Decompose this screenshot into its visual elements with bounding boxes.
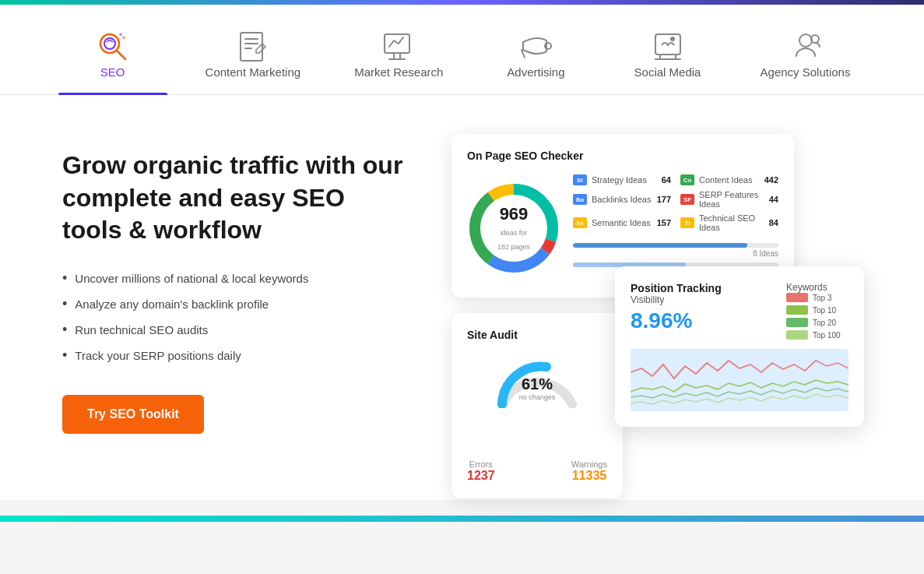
tracking-visibility-value: 8.96% — [631, 308, 722, 333]
legend-top3-label: Top 3 — [813, 294, 831, 302]
semantic-badge: Se — [573, 217, 587, 228]
tracking-title-section: Position Tracking Visibility 8.96% — [631, 282, 722, 343]
legend-top20-color — [786, 318, 808, 327]
strategy-badge: St — [573, 174, 587, 185]
position-tracking-card: Position Tracking Visibility 8.96% Keywo… — [615, 266, 864, 427]
tab-advertising[interactable]: Advertising — [481, 20, 590, 94]
main-container: SEO Content Marketing Market Research — [0, 5, 924, 500]
content-label: Content Ideas — [699, 175, 760, 185]
metric-backlinks: Ba Backlinks Ideas 177 — [573, 190, 671, 209]
metric-content: Co Content Ideas 442 — [680, 174, 778, 185]
donut-center: 969 ideas for182 pages — [497, 204, 530, 252]
backlinks-label: Backlinks Ideas — [592, 195, 652, 204]
bottom-decoration — [0, 516, 924, 522]
feature-item-1: Uncover millions of national & local key… — [62, 270, 405, 287]
audit-stats: Errors 1237 Warnings 11335 — [467, 460, 607, 483]
progress-row-1: 8 Ideas — [573, 243, 778, 258]
advertising-icon — [517, 28, 554, 65]
tab-agency-label: Agency Solutions — [761, 65, 851, 79]
keywords-label: Keywords — [786, 282, 848, 293]
warnings-value: 11335 — [572, 469, 607, 482]
strategy-value: 64 — [662, 175, 671, 185]
legend-top10: Top 10 — [786, 305, 848, 315]
site-audit-card: Site Audit 61% no changes Er — [451, 313, 623, 498]
gauge-percentage: 61% — [522, 375, 553, 393]
tracking-chart-svg — [631, 349, 848, 411]
technical-label: Technical SEO Ideas — [699, 213, 764, 232]
legend-top3: Top 3 — [786, 293, 848, 302]
content-area: Grow organic traffic with our complete a… — [0, 95, 924, 500]
metric-serp: SF SERP Features Ideas 44 — [680, 190, 778, 209]
legend-top3-color — [786, 293, 808, 302]
feature-item-3: Run technical SEO audits — [62, 322, 405, 338]
legend-top20: Top 20 — [786, 318, 848, 327]
metric-technical: Ti Technical SEO Ideas 84 — [680, 213, 778, 232]
svg-point-15 — [670, 37, 675, 41]
legend-top10-color — [786, 305, 808, 315]
audit-warnings: Warnings 11335 — [571, 460, 607, 483]
serp-badge: SF — [680, 194, 694, 205]
social-media-icon — [649, 28, 687, 65]
tracking-chart-area — [631, 349, 848, 411]
tracking-title: Position Tracking — [631, 282, 722, 294]
keywords-section: Keywords Top 3 Top 10 — [786, 282, 848, 340]
tab-social-label: Social Media — [634, 65, 701, 79]
progress-fill-1 — [573, 243, 747, 248]
tab-agency-solutions[interactable]: Agency Solutions — [745, 20, 866, 94]
metric-strategy: St Strategy Ideas 64 — [573, 174, 671, 185]
tab-seo-label: SEO — [100, 65, 125, 79]
errors-label: Errors — [467, 460, 495, 469]
warnings-label: Warnings — [571, 460, 607, 469]
content-badge: Co — [680, 174, 694, 185]
feature-item-4: Track your SERP positions daily — [62, 347, 405, 364]
backlinks-value: 177 — [657, 195, 671, 204]
feature-item-2: Analyze any domain's backlink profile — [62, 296, 405, 312]
tab-market-label: Market Research — [354, 65, 443, 79]
seo-icon — [94, 28, 132, 65]
main-heading: Grow organic traffic with our complete a… — [62, 150, 405, 247]
errors-value: 1237 — [467, 469, 495, 482]
tab-content-label: Content Marketing — [206, 65, 301, 79]
serp-value: 44 — [769, 195, 778, 204]
donut-number: 969 — [497, 204, 530, 224]
audit-gauge-container: 61% no changes — [467, 354, 607, 431]
progress-bg-1 — [573, 243, 778, 248]
semantic-label: Semantic Ideas — [592, 218, 652, 227]
content-marketing-icon — [234, 28, 272, 65]
gauge-subtext: no changes — [519, 393, 556, 401]
right-content: On Page SEO Checker — [451, 134, 862, 469]
serp-label: SERP Features Ideas — [699, 190, 764, 209]
svg-point-2 — [104, 38, 115, 49]
site-audit-title: Site Audit — [467, 329, 607, 341]
tab-navigation: SEO Content Marketing Market Research — [0, 5, 924, 95]
market-research-icon — [380, 28, 417, 65]
metric-semantic: Se Semantic Ideas 157 — [573, 213, 671, 232]
svg-line-1 — [117, 51, 125, 59]
tab-advertising-label: Advertising — [507, 65, 564, 79]
legend-top100: Top 100 — [786, 330, 848, 340]
legend-top100-color — [786, 330, 808, 340]
tab-seo[interactable]: SEO — [58, 20, 167, 94]
legend-top10-label: Top 10 — [813, 306, 836, 315]
tracking-visibility-label: Visibility — [631, 294, 722, 305]
strategy-label: Strategy Ideas — [592, 175, 657, 185]
agency-solutions-icon — [787, 28, 824, 65]
tab-content-marketing[interactable]: Content Marketing — [190, 20, 317, 94]
legend-top100-label: Top 100 — [813, 331, 841, 340]
svg-rect-7 — [385, 34, 409, 53]
gauge-center: 61% no changes — [519, 375, 556, 401]
tab-market-research[interactable]: Market Research — [339, 20, 458, 94]
semantic-value: 157 — [657, 218, 671, 227]
try-seo-toolkit-button[interactable]: Try SEO Toolkit — [62, 395, 204, 434]
progress-label-1: 8 Ideas — [573, 249, 778, 258]
donut-subtitle: ideas for182 pages — [497, 229, 530, 251]
feature-list: Uncover millions of national & local key… — [62, 270, 405, 364]
seo-checker-title: On Page SEO Checker — [467, 150, 778, 162]
svg-point-16 — [799, 34, 812, 47]
left-content: Grow organic traffic with our complete a… — [62, 134, 405, 434]
audit-errors: Errors 1237 — [467, 460, 495, 483]
seo-donut-chart: 969 ideas for182 pages — [467, 181, 560, 275]
keywords-legend: Top 3 Top 10 Top 20 — [786, 293, 848, 340]
tab-social-media[interactable]: Social Media — [613, 20, 722, 94]
technical-value: 84 — [769, 218, 778, 227]
